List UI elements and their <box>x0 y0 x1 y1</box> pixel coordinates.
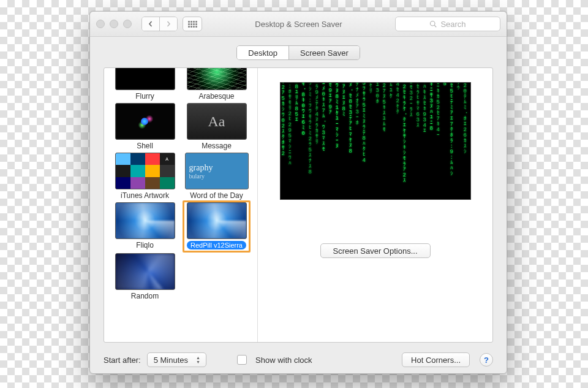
label-fliqlo: Fliqlo <box>136 241 154 249</box>
thumb-message: Aa <box>187 103 247 140</box>
thumb-arabesque <box>187 68 247 90</box>
tab-row: Desktop Screen Saver <box>90 37 507 67</box>
show-clock-checkbox[interactable] <box>237 355 247 365</box>
svg-line-1 <box>435 25 437 27</box>
hot-corners-button[interactable]: Hot Corners... <box>402 352 470 367</box>
start-after-label: Start after: <box>104 356 141 365</box>
screensaver-options-button[interactable]: Screen Saver Options... <box>320 243 431 258</box>
window-controls <box>96 20 132 28</box>
label-redpill: RedPill v12Sierra <box>187 241 246 249</box>
show-clock-label: Show with clock <box>255 356 312 365</box>
thumb-flurry <box>115 68 175 90</box>
thumb-word: graphy bulary <box>185 153 249 189</box>
content-area: Flurry Arabesque Shell Aa Message A <box>104 67 493 343</box>
help-button[interactable]: ? <box>480 353 493 367</box>
window-title: Desktop & Screen Saver <box>207 20 390 29</box>
svg-point-0 <box>431 21 435 26</box>
saver-flurry[interactable]: Flurry <box>113 68 177 101</box>
label-word: Word of the Day <box>190 191 243 200</box>
show-all-button[interactable] <box>183 17 202 31</box>
search-input[interactable]: Search <box>395 17 500 31</box>
label-itunes: iTunes Artwork <box>121 191 169 200</box>
thumb-itunes: A <box>115 153 175 189</box>
thumb-shell <box>115 103 175 140</box>
titlebar: Desktop & Screen Saver Search <box>90 12 507 37</box>
saver-message[interactable]: Aa Message <box>184 103 249 150</box>
label-flurry: Flurry <box>135 92 154 101</box>
saver-itunes[interactable]: A iTunes Artwork <box>113 153 177 200</box>
start-after-select[interactable]: 5 Minutes ▲▼ <box>147 352 206 367</box>
close-icon[interactable] <box>96 20 105 28</box>
zoom-icon[interactable] <box>123 20 132 28</box>
search-placeholder: Search <box>440 20 466 29</box>
preferences-window: Desktop & Screen Saver Search Desktop Sc… <box>89 11 507 374</box>
stepper-icon: ▲▼ <box>194 354 202 365</box>
forward-button[interactable] <box>159 17 177 31</box>
screensaver-preview: ﾂ ｳ 3 4 ﾜ ﾒ ｹ : 2 ｱ 5 ｶ ｼ ﾜ 0 2 ｽ ﾀ ﾎ ｻ … <box>281 83 470 199</box>
preview-column: ﾂ ｳ 3 4 ﾜ ﾒ ｹ : 2 ｱ 5 ｶ ｼ ﾜ 0 2 ｽ ﾀ ﾎ ｻ … <box>258 68 492 342</box>
saver-word[interactable]: graphy bulary Word of the Day <box>184 153 249 200</box>
nav-back-forward <box>141 17 178 31</box>
label-arabesque: Arabesque <box>198 92 234 101</box>
tab-desktop[interactable]: Desktop <box>237 46 288 59</box>
thumb-redpill <box>187 202 247 239</box>
label-random: Random <box>131 292 159 300</box>
thumb-random <box>115 253 175 290</box>
label-message: Message <box>202 142 232 150</box>
back-button[interactable] <box>142 17 159 31</box>
start-after-value: 5 Minutes <box>154 356 188 365</box>
saver-fliqlo[interactable]: Fliqlo <box>113 202 177 251</box>
saver-random[interactable]: Random <box>113 253 177 300</box>
saver-arabesque[interactable]: Arabesque <box>184 68 249 101</box>
saver-redpill[interactable]: RedPill v12Sierra <box>183 200 251 253</box>
thumb-fliqlo <box>115 202 175 239</box>
bottom-bar: Start after: 5 Minutes ▲▼ Show with cloc… <box>90 346 507 373</box>
label-shell: Shell <box>137 142 153 150</box>
tab-screensaver[interactable]: Screen Saver <box>288 46 360 59</box>
minimize-icon[interactable] <box>110 20 118 28</box>
screensaver-list[interactable]: Flurry Arabesque Shell Aa Message A <box>104 68 258 342</box>
saver-shell[interactable]: Shell <box>113 103 177 150</box>
tab-group: Desktop Screen Saver <box>236 45 360 60</box>
